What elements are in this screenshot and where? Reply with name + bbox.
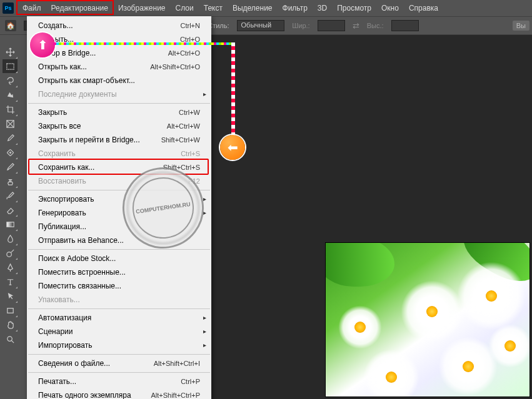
menu-item-label: Обзор в Bridge...	[38, 48, 168, 58]
menu-item[interactable]: Поместить встроенные...	[27, 265, 211, 279]
tool-zoom[interactable]	[3, 332, 18, 346]
menu-item-label: Автоматизация	[38, 313, 200, 323]
menu-item-label: Закрыть все	[38, 121, 167, 131]
document-canvas[interactable]	[211, 35, 532, 399]
menu-item-label: Сведения о файле...	[38, 358, 154, 368]
menu-item[interactable]: Закрыть и перейти в Bridge...Shift+Ctrl+…	[27, 133, 211, 147]
menu-выделение[interactable]: Выделение	[228, 1, 278, 15]
menu-item-label: Поместить связанные...	[38, 281, 200, 291]
menu-изображение[interactable]: Изображение	[113, 1, 171, 15]
svg-rect-2	[6, 63, 13, 69]
menu-separator	[28, 103, 210, 104]
menu-item[interactable]: Открыть как...Alt+Shift+Ctrl+O	[27, 60, 211, 74]
tool-move[interactable]	[3, 45, 18, 59]
menu-item-shortcut: Ctrl+W	[179, 107, 200, 117]
menu-item-shortcut: Ctrl+P	[181, 377, 200, 387]
svg-rect-12	[7, 308, 13, 313]
svg-point-13	[7, 336, 12, 341]
width-label: Шир.:	[292, 22, 309, 29]
menu-справка[interactable]: Справка	[404, 1, 443, 15]
menu-item[interactable]: Поместить связанные...	[27, 279, 211, 293]
menu-3d[interactable]: 3D	[313, 1, 332, 15]
tool-lasso[interactable]	[3, 74, 18, 87]
tool-type[interactable]	[3, 275, 18, 288]
menu-item[interactable]: Автоматизация	[27, 311, 211, 325]
menu-item-label: Упаковать...	[38, 295, 200, 305]
annotation-connector-h	[54, 42, 234, 45]
tool-brush[interactable]	[3, 160, 18, 174]
menu-текст[interactable]: Текст	[199, 1, 228, 15]
tool-pen[interactable]	[3, 260, 18, 274]
svg-rect-9	[6, 222, 13, 227]
annotation-step-1: ⬆	[30, 32, 55, 57]
menu-item-shortcut: Ctrl+S	[181, 149, 200, 159]
menu-item: Упаковать...	[27, 293, 211, 307]
menu-item-label: Сохранить как...	[38, 162, 163, 172]
menu-item-label: Последние документы	[38, 89, 200, 99]
document-image	[325, 242, 530, 397]
tool-shape[interactable]	[3, 303, 18, 317]
menu-item[interactable]: Закрыть всеAlt+Ctrl+W	[27, 119, 211, 133]
menu-item-label: Закрыть	[38, 107, 179, 117]
tool-hand[interactable]	[3, 318, 18, 332]
menu-item-label: Сохранить	[38, 149, 181, 159]
menubar: Ps ФайлРедактированиеИзображениеСлоиТекс…	[0, 0, 532, 16]
ps-logo: Ps	[3, 2, 14, 14]
menu-separator	[28, 372, 210, 373]
menu-item-label: Печатать...	[38, 377, 181, 387]
stamp-text: COMPUTERHOM.RU	[136, 201, 191, 215]
menu-item[interactable]: Импортировать	[27, 338, 211, 352]
menu-item-label: Печать одного экземпляра	[38, 390, 151, 399]
menu-item-label: Открыть как смарт-объект...	[38, 76, 200, 86]
svg-point-10	[6, 252, 11, 257]
menu-item[interactable]: Создать...Ctrl+N	[27, 19, 211, 32]
menu-item[interactable]: Открыть как смарт-объект...	[27, 74, 211, 87]
tool-blur[interactable]	[3, 232, 18, 245]
menu-item-label: Сценарии	[38, 327, 200, 337]
menu-item-label: Закрыть и перейти в Bridge...	[38, 135, 161, 145]
menu-separator	[28, 249, 210, 250]
tool-heal[interactable]	[3, 145, 18, 159]
menu-item-label: Открыть как...	[38, 62, 150, 72]
annotation-connector-v	[231, 42, 235, 140]
menu-item[interactable]: Поиск в Adobe Stock...	[27, 252, 211, 265]
menu-item: СохранитьCtrl+S	[27, 147, 211, 160]
menu-item-shortcut: Ctrl+N	[181, 21, 200, 31]
menu-item[interactable]: ЗакрытьCtrl+W	[27, 106, 211, 119]
menu-фильтр[interactable]: Фильтр	[278, 1, 313, 15]
menu-item[interactable]: Сохранить как...Shift+Ctrl+S	[27, 160, 211, 174]
style-select[interactable]: Обычный	[237, 20, 285, 31]
menu-item[interactable]: Печать одного экземпляраAlt+Shift+Ctrl+P	[27, 388, 211, 399]
menu-редактирование[interactable]: Редактирование	[46, 1, 113, 15]
tool-grip-icon[interactable]	[4, 37, 16, 42]
tool-marquee[interactable]	[3, 59, 18, 73]
menu-separator	[28, 308, 210, 309]
tool-frame[interactable]	[3, 117, 18, 131]
tool-dodge[interactable]	[3, 246, 18, 260]
menu-слои[interactable]: Слои	[171, 1, 199, 15]
menu-item[interactable]: Сценарии	[27, 325, 211, 338]
menu-separator	[28, 354, 210, 355]
tool-crop[interactable]	[3, 102, 18, 116]
menu-окно[interactable]: Окно	[376, 1, 404, 15]
select-subject-button[interactable]: Вы	[513, 21, 529, 31]
home-icon[interactable]: 🏠	[5, 20, 16, 31]
menu-item-shortcut: Alt+Shift+Ctrl+I	[154, 358, 200, 368]
tool-quick-select[interactable]	[3, 88, 18, 102]
tool-eyedropper[interactable]	[3, 131, 18, 145]
menu-item-label: Создать...	[38, 21, 181, 31]
menu-item[interactable]: Печатать...Ctrl+P	[27, 375, 211, 388]
menu-item-label: Поиск в Adobe Stock...	[38, 254, 200, 264]
menu-item[interactable]: Сведения о файле...Alt+Shift+Ctrl+I	[27, 357, 211, 370]
menu-item-label: Поместить встроенные...	[38, 267, 200, 277]
tool-eraser[interactable]	[3, 203, 18, 217]
tool-gradient[interactable]	[3, 217, 18, 231]
tool-history-brush[interactable]	[3, 189, 18, 202]
menu-файл[interactable]: Файл	[18, 1, 46, 15]
tool-path-select[interactable]	[3, 289, 18, 303]
tool-clone[interactable]	[3, 174, 18, 188]
height-label: Выс.:	[367, 22, 384, 29]
swap-wh-icon: ⇄	[353, 21, 359, 31]
tool-panel	[0, 35, 20, 399]
menu-просмотр[interactable]: Просмотр	[332, 1, 376, 15]
